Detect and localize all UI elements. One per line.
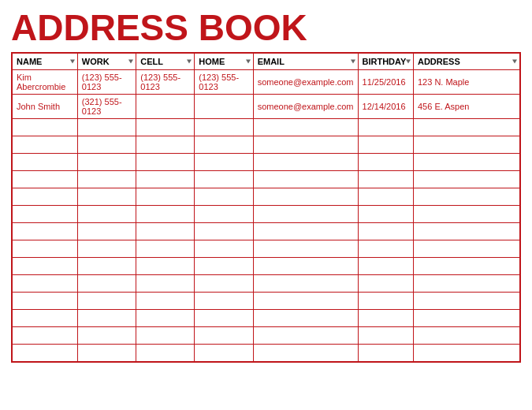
cell-email[interactable] <box>253 275 358 293</box>
table-row[interactable] <box>13 171 520 188</box>
table-row[interactable] <box>13 188 520 206</box>
cell-home[interactable] <box>195 223 253 240</box>
cell-email[interactable] <box>253 119 358 136</box>
cell-home[interactable] <box>195 275 253 293</box>
cell-address[interactable] <box>413 171 519 188</box>
cell-address[interactable] <box>413 240 519 258</box>
cell-name[interactable] <box>13 345 78 362</box>
cell-name[interactable] <box>13 119 78 136</box>
cell-home[interactable] <box>195 119 253 136</box>
cell-email[interactable] <box>253 188 358 206</box>
cell-address[interactable] <box>413 293 519 310</box>
cell-name[interactable]: John Smith <box>13 95 78 119</box>
table-row[interactable] <box>13 154 520 171</box>
cell-work[interactable] <box>77 293 136 310</box>
table-row[interactable] <box>13 240 520 258</box>
cell-birthday[interactable] <box>358 258 413 275</box>
cell-home[interactable] <box>195 136 253 154</box>
cell-address[interactable] <box>413 258 519 275</box>
cell-cell[interactable] <box>136 206 195 223</box>
cell-email[interactable] <box>253 136 358 154</box>
cell-address[interactable] <box>413 327 519 345</box>
table-row[interactable] <box>13 293 520 310</box>
cell-work[interactable] <box>77 119 136 136</box>
cell-name[interactable] <box>13 310 78 327</box>
cell-cell[interactable] <box>136 293 195 310</box>
cell-name[interactable]: Kim Abercrombie <box>13 70 78 95</box>
cell-home[interactable] <box>195 206 253 223</box>
cell-cell[interactable] <box>136 327 195 345</box>
cell-birthday[interactable] <box>358 275 413 293</box>
cell-address[interactable]: 123 N. Maple <box>413 70 519 95</box>
cell-address[interactable] <box>413 345 519 362</box>
cell-cell[interactable] <box>136 223 195 240</box>
cell-cell[interactable] <box>136 310 195 327</box>
cell-name[interactable] <box>13 258 78 275</box>
cell-home[interactable] <box>195 258 253 275</box>
cell-work[interactable] <box>77 171 136 188</box>
cell-address[interactable] <box>413 223 519 240</box>
table-row[interactable] <box>13 327 520 345</box>
cell-home[interactable] <box>195 171 253 188</box>
cell-name[interactable] <box>13 206 78 223</box>
cell-email[interactable]: someone@example.com <box>253 95 358 119</box>
cell-cell[interactable] <box>136 258 195 275</box>
cell-email[interactable] <box>253 154 358 171</box>
cell-work[interactable] <box>77 258 136 275</box>
cell-address[interactable] <box>413 188 519 206</box>
cell-name[interactable] <box>13 275 78 293</box>
col-header-work[interactable]: WORK <box>77 54 136 70</box>
cell-home[interactable] <box>195 154 253 171</box>
col-header-email[interactable]: EMAIL <box>253 54 358 70</box>
cell-cell[interactable] <box>136 95 195 119</box>
cell-birthday[interactable] <box>358 345 413 362</box>
cell-email[interactable]: someone@example.com <box>253 70 358 95</box>
cell-address[interactable] <box>413 206 519 223</box>
cell-email[interactable] <box>253 345 358 362</box>
col-header-birthday[interactable]: BIRTHDAY <box>358 54 413 70</box>
cell-birthday[interactable]: 11/25/2016 <box>358 70 413 95</box>
cell-cell[interactable] <box>136 154 195 171</box>
cell-name[interactable] <box>13 240 78 258</box>
cell-email[interactable] <box>253 293 358 310</box>
table-row[interactable] <box>13 223 520 240</box>
cell-birthday[interactable] <box>358 119 413 136</box>
cell-email[interactable] <box>253 310 358 327</box>
cell-birthday[interactable] <box>358 223 413 240</box>
cell-address[interactable] <box>413 310 519 327</box>
cell-birthday[interactable] <box>358 188 413 206</box>
cell-name[interactable] <box>13 223 78 240</box>
cell-birthday[interactable]: 12/14/2016 <box>358 95 413 119</box>
cell-email[interactable] <box>253 240 358 258</box>
cell-name[interactable] <box>13 293 78 310</box>
cell-birthday[interactable] <box>358 327 413 345</box>
cell-address[interactable] <box>413 275 519 293</box>
cell-home[interactable] <box>195 240 253 258</box>
cell-cell[interactable] <box>136 119 195 136</box>
cell-cell[interactable] <box>136 275 195 293</box>
cell-address[interactable]: 456 E. Aspen <box>413 95 519 119</box>
table-row[interactable]: Kim Abercrombie(123) 555-0123(123) 555-0… <box>13 70 520 95</box>
cell-birthday[interactable] <box>358 154 413 171</box>
cell-address[interactable] <box>413 119 519 136</box>
cell-birthday[interactable] <box>358 136 413 154</box>
cell-home[interactable] <box>195 95 253 119</box>
table-row[interactable] <box>13 258 520 275</box>
cell-birthday[interactable] <box>358 293 413 310</box>
cell-work[interactable] <box>77 310 136 327</box>
table-row[interactable] <box>13 345 520 362</box>
cell-name[interactable] <box>13 136 78 154</box>
table-row[interactable] <box>13 206 520 223</box>
col-header-home[interactable]: HOME <box>195 54 253 70</box>
cell-work[interactable] <box>77 345 136 362</box>
table-row[interactable]: John Smith(321) 555-0123someone@example.… <box>13 95 520 119</box>
cell-address[interactable] <box>413 136 519 154</box>
cell-birthday[interactable] <box>358 206 413 223</box>
cell-home[interactable] <box>195 188 253 206</box>
cell-address[interactable] <box>413 154 519 171</box>
cell-work[interactable]: (321) 555-0123 <box>77 95 136 119</box>
cell-email[interactable] <box>253 258 358 275</box>
col-header-name[interactable]: NAME <box>13 54 78 70</box>
cell-cell[interactable] <box>136 240 195 258</box>
table-row[interactable] <box>13 275 520 293</box>
